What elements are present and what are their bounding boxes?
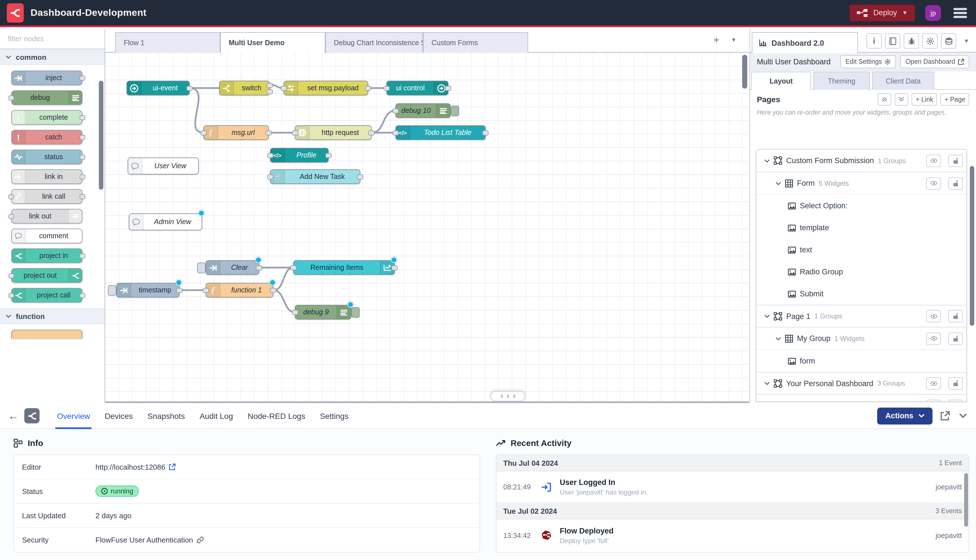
flow-tab-debug-chart[interactable]: Debug Chart Inconsistence S <box>325 32 423 52</box>
unlock-button[interactable] <box>948 377 963 390</box>
flow-node-http-request[interactable]: http request <box>295 125 372 140</box>
output-port[interactable] <box>186 86 193 91</box>
activity-event-row[interactable]: 13:34:42 Flow Deployed Deploy type 'full… <box>497 519 969 552</box>
output-port[interactable] <box>270 288 276 293</box>
unlock-button[interactable] <box>948 399 963 402</box>
input-port[interactable] <box>281 86 287 91</box>
help-book-button[interactable] <box>885 33 900 48</box>
sidebar-menu-caret[interactable]: ▼ <box>964 38 969 44</box>
inject-button[interactable] <box>197 262 205 273</box>
settings-gear-button[interactable] <box>923 33 938 48</box>
add-flow-icon[interactable]: + <box>713 35 719 46</box>
tab-devices[interactable]: Devices <box>97 403 140 429</box>
debug-toggle-button[interactable] <box>351 307 360 318</box>
tree-group-row[interactable]: Form 5 Widgets <box>756 172 966 195</box>
tree-widget-row[interactable]: Radio Group <box>756 261 966 283</box>
input-port[interactable] <box>290 265 297 270</box>
tab-settings[interactable]: Settings <box>313 403 356 429</box>
tab-dashboard-2[interactable]: Dashboard 2.0 <box>752 32 858 53</box>
flow-node-switch[interactable]: switch <box>219 81 270 95</box>
palette-node-link-in[interactable]: link in <box>11 169 82 184</box>
visibility-eye-button[interactable] <box>926 332 941 345</box>
flow-node-clear[interactable]: Clear <box>205 260 259 275</box>
input-port[interactable] <box>200 130 207 135</box>
output-port[interactable] <box>357 175 363 180</box>
input-port[interactable] <box>292 130 298 135</box>
add-link-button[interactable]: + Link <box>912 93 937 105</box>
flow-node-msg-url[interactable]: ƒ msg.url <box>204 125 269 140</box>
main-menu-icon[interactable] <box>953 8 967 18</box>
tree-page-row[interactable]: Your Personal Dashboard 3 Groups <box>756 372 966 395</box>
output-port[interactable] <box>267 83 273 88</box>
tab-client-data[interactable]: Client Data <box>872 72 934 90</box>
filter-nodes-input[interactable] <box>8 35 107 43</box>
input-port[interactable] <box>392 130 399 135</box>
sidebar-scrollbar[interactable] <box>970 166 974 326</box>
chevron-down-icon[interactable] <box>764 382 770 385</box>
palette-node-debug[interactable]: debug <box>11 90 82 105</box>
panel-resize-handle[interactable] <box>490 391 525 402</box>
output-port[interactable] <box>325 153 332 158</box>
edit-settings-button[interactable]: Edit Settings <box>841 55 896 68</box>
palette-node-catch[interactable]: ! catch <box>11 130 82 145</box>
collapse-panel-caret[interactable] <box>959 413 967 418</box>
output-port[interactable] <box>445 86 451 91</box>
palette-node-comment[interactable]: comment <box>11 228 82 243</box>
output-port[interactable] <box>256 265 262 270</box>
info-tab-button[interactable]: i <box>866 33 882 48</box>
editor-link[interactable]: http://localhost:12086 <box>95 463 175 471</box>
flow-node-add-new-task[interactable]: ☝ Add New Task <box>270 169 360 184</box>
tree-widget-row[interactable]: template <box>756 217 966 239</box>
tab-node-red-logs[interactable]: Node-RED Logs <box>240 403 313 429</box>
flow-tab-flow1[interactable]: Flow 1 <box>115 32 220 52</box>
palette-scrollbar[interactable] <box>99 81 103 190</box>
input-port[interactable] <box>203 288 209 293</box>
actions-button[interactable]: Actions <box>878 407 933 424</box>
output-port[interactable] <box>176 288 182 293</box>
inject-button[interactable] <box>108 285 116 296</box>
link-chain-icon[interactable] <box>196 536 204 543</box>
unlock-button[interactable] <box>948 310 963 322</box>
palette-node-inject[interactable]: inject <box>11 70 82 85</box>
flow-node-function1[interactable]: ƒ function 1 <box>205 283 274 298</box>
visibility-eye-button[interactable] <box>926 399 941 402</box>
open-editor-icon[interactable] <box>941 411 950 420</box>
flow-node-user-view-comment[interactable]: User View <box>128 158 199 175</box>
visibility-eye-button[interactable] <box>926 177 941 189</box>
palette-node-status[interactable]: status <box>11 150 82 164</box>
expand-all-button[interactable] <box>895 93 908 105</box>
flow-node-todo-list-table[interactable]: </> Todo List Table <box>395 125 486 140</box>
tree-group-row[interactable]: Profile/Welcome 2 Widgets <box>756 395 966 402</box>
flow-node-timestamp[interactable]: timestamp <box>116 283 180 298</box>
output-port[interactable] <box>267 89 273 94</box>
debug-bug-button[interactable] <box>904 33 919 48</box>
palette-node-function-partial[interactable] <box>11 330 82 339</box>
context-data-button[interactable] <box>941 33 956 48</box>
output-port[interactable] <box>365 86 371 91</box>
visibility-eye-button[interactable] <box>926 310 941 322</box>
tree-widget-row[interactable]: form <box>756 350 966 372</box>
tree-widget-row[interactable]: Select Option: <box>756 195 966 217</box>
flow-tab-multi-user-demo[interactable]: Multi User Demo <box>220 32 325 53</box>
palette-node-complete[interactable]: ! complete <box>11 110 82 125</box>
open-dashboard-button[interactable]: Open Dashboard <box>901 55 969 68</box>
tree-group-row[interactable]: My Group 1 Widgets <box>756 327 966 350</box>
unlock-button[interactable] <box>948 332 963 345</box>
tab-overview[interactable]: Overview <box>50 403 97 429</box>
input-port[interactable] <box>392 108 399 113</box>
tab-snapshots[interactable]: Snapshots <box>140 403 192 429</box>
unlock-button[interactable] <box>948 154 963 167</box>
chevron-down-icon[interactable] <box>776 182 781 185</box>
user-avatar[interactable]: jp <box>925 5 941 21</box>
flow-node-debug10[interactable]: debug 10 <box>395 103 451 118</box>
palette-node-project-in[interactable]: project in <box>11 248 82 263</box>
visibility-eye-button[interactable] <box>926 377 941 390</box>
chevron-down-icon[interactable] <box>764 315 770 318</box>
collapse-all-button[interactable] <box>878 93 891 105</box>
palette-node-project-out[interactable]: project out <box>11 268 82 283</box>
palette-node-project-call[interactable]: project call <box>11 288 82 303</box>
input-port[interactable] <box>267 153 274 158</box>
output-port[interactable] <box>265 130 272 135</box>
output-port[interactable] <box>368 130 374 135</box>
debug-toggle-button[interactable] <box>451 105 459 116</box>
